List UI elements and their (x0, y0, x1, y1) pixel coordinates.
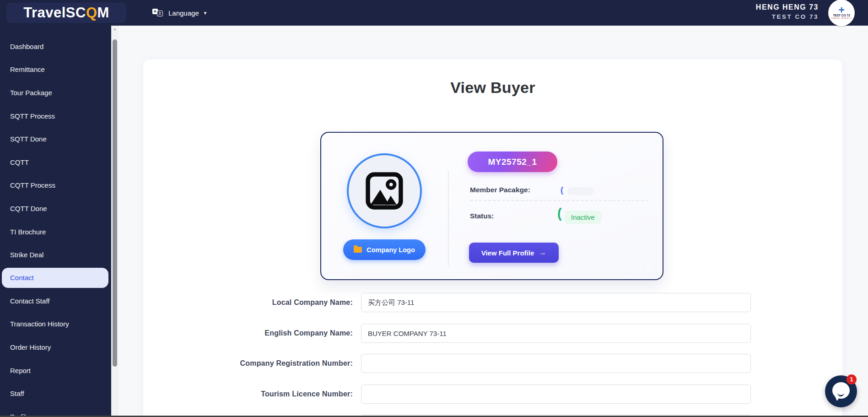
status-bracket: ( (557, 206, 562, 221)
sidebar-item-label: Strike Deal (10, 251, 43, 259)
page-title: View Buyer (143, 79, 842, 97)
sidebar-item-contact-staff[interactable]: Contact Staff (0, 289, 111, 313)
form-row: Company Registration Number: (143, 354, 842, 373)
user-info: HENG HENG 73 TEST CO 73 (756, 3, 819, 20)
user-company: TEST CO 73 (756, 13, 819, 20)
app-root: TravelSCQM A 文 Language ▾ HENG HENG 73 T… (0, 0, 868, 417)
form-row: Tourism Licence Number: (143, 385, 842, 404)
arrow-right-icon: → (539, 248, 546, 257)
avatar[interactable]: ✛ TEST CO 73 TRAVEL AGENCY (828, 0, 855, 26)
sidebar-item-label: SQTT Process (10, 112, 55, 120)
sidebar-item-strike-deal[interactable]: Strike Deal (0, 243, 111, 266)
sidebar-item-label: CQTT (10, 158, 29, 166)
sidebar-item-label: CQTT Done (10, 205, 47, 212)
language-label: Language (168, 9, 199, 17)
local-company-name-input[interactable] (361, 293, 751, 312)
agency-logo-icon: ✛ (839, 6, 845, 13)
chat-notification-badge: 1 (846, 374, 857, 385)
sidebar-item-sqtt-done[interactable]: SQTT Done (0, 127, 111, 151)
company-registration-number-input[interactable] (361, 354, 751, 373)
brand-logo[interactable]: TravelSCQM (6, 3, 126, 23)
user-name: HENG HENG 73 (756, 3, 819, 11)
member-package-loading-pill (567, 187, 594, 195)
english-company-name-label: English Company Name: (170, 324, 353, 343)
folder-icon (354, 247, 362, 253)
sidebar-item-report[interactable]: Report (0, 359, 111, 382)
sidebar: DashboardRemittanceTour PackageSQTT Proc… (0, 26, 111, 417)
brand-text-end: M (97, 5, 109, 21)
sidebar-item-transaction-history[interactable]: Transaction History (0, 313, 111, 336)
company-registration-number-label: Company Registration Number: (170, 354, 353, 373)
dashed-separator (470, 200, 648, 201)
sidebar-item-label: Tour Package (10, 89, 52, 97)
status-badge: Inactive (565, 211, 601, 224)
sidebar-item-label: Contact Staff (10, 297, 49, 305)
buyer-summary-card: Company Logo MY25752_1 Member Pacakge: (… (320, 132, 663, 280)
brand-text: TravelSC (23, 5, 86, 21)
sidebar-item-remittance[interactable]: Remittance (0, 58, 111, 81)
sidebar-item-tour-package[interactable]: Tour Package (0, 81, 111, 104)
sidebar-item-ti-brochure[interactable]: TI Brochure (0, 220, 111, 244)
avatar-subtitle-text: TRAVEL AGENCY (831, 17, 852, 19)
sidebar-item-dashboard[interactable]: Dashboard (0, 35, 111, 58)
sidebar-item-cqtt-process[interactable]: CQTT Process (0, 174, 111, 197)
chat-smile-icon (837, 392, 844, 396)
sidebar-scrollbar[interactable]: ▲ (111, 26, 119, 417)
sidebar-item-label: TI Brochure (10, 228, 46, 236)
local-company-name-label: Local Company Name: (170, 293, 353, 312)
sidebar-item-label: Contact (10, 274, 34, 282)
dotted-divider (448, 171, 449, 265)
view-full-profile-label: View Full Profile (481, 249, 534, 257)
company-logo-button-label: Company Logo (367, 246, 415, 254)
chat-widget-button[interactable]: 1 (825, 375, 857, 407)
status-label: Status: (470, 212, 494, 220)
top-header: TravelSCQM A 文 Language ▾ HENG HENG 73 T… (0, 0, 868, 26)
main-content: View Buyer Company Logo MY25752_1 (119, 26, 868, 417)
language-dropdown[interactable]: A 文 Language ▾ (152, 0, 206, 26)
member-package-label: Member Pacakge: (470, 186, 530, 194)
sidebar-item-label: Dashboard (10, 43, 43, 50)
image-placeholder-icon (362, 168, 407, 213)
form-row: Local Company Name: (143, 293, 842, 312)
member-id-badge: MY25752_1 (468, 152, 557, 172)
sidebar-item-contact[interactable]: Contact (2, 268, 108, 288)
sidebar-item-cqtt-done[interactable]: CQTT Done (0, 197, 111, 220)
sidebar-item-label: Order History (10, 343, 51, 351)
scrollbar-thumb[interactable] (113, 39, 117, 367)
sidebar-item-label: Report (10, 367, 31, 374)
view-full-profile-button[interactable]: View Full Profile → (469, 243, 559, 263)
view-buyer-panel: View Buyer Company Logo MY25752_1 (143, 60, 842, 417)
sidebar-item-sqtt-process[interactable]: SQTT Process (0, 104, 111, 128)
avatar-company-text: TEST CO 73 (833, 14, 850, 17)
company-logo-placeholder (347, 153, 422, 228)
tourism-licence-number-label: Tourism Licence Number: (170, 385, 353, 404)
sidebar-item-label: CQTT Process (10, 181, 55, 189)
member-package-value: ( (561, 185, 563, 195)
chevron-down-icon: ▾ (204, 10, 207, 16)
sidebar-item-label: Transaction History (10, 320, 69, 328)
tourism-licence-number-input[interactable] (361, 385, 751, 404)
chat-bubble-icon (832, 382, 850, 399)
sidebar-item-label: Staff (10, 390, 24, 397)
form-row: English Company Name: (143, 324, 842, 343)
sidebar-item-staff[interactable]: Staff (0, 382, 111, 405)
company-logo-button[interactable]: Company Logo (343, 239, 426, 260)
sidebar-item-label: SQTT Done (10, 135, 47, 143)
english-company-name-input[interactable] (361, 324, 751, 343)
sidebar-item-cqtt[interactable]: CQTT (0, 151, 111, 174)
translate-icon: A 文 (152, 8, 164, 17)
brand-q-letter: Q (86, 5, 97, 21)
sidebar-item-label: Remittance (10, 65, 45, 73)
sidebar-item-order-history[interactable]: Order History (0, 336, 111, 359)
scrollbar-up-arrow-icon[interactable]: ▲ (111, 27, 119, 31)
